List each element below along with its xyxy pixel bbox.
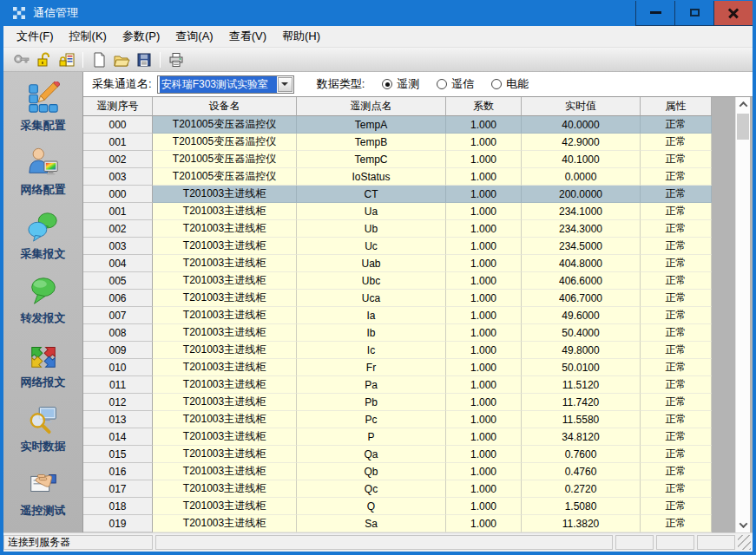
menu-item-query[interactable]: 查询(A) <box>168 26 220 47</box>
table-cell[interactable]: 234.3000 <box>522 220 641 238</box>
scroll-thumb[interactable] <box>737 114 749 140</box>
table-cell[interactable]: Ub <box>297 220 446 238</box>
column-header[interactable]: 遥测序号 <box>83 97 153 116</box>
table-cell[interactable]: 1.000 <box>446 116 522 134</box>
table-row[interactable]: 002T201005变压器温控仪TempC1.00040.1000正常 <box>83 151 712 168</box>
table-cell[interactable]: T201003主进线柜 <box>153 376 297 394</box>
table-cell[interactable]: Pb <box>297 394 446 411</box>
row-index-cell[interactable]: 002 <box>83 220 153 238</box>
key-button[interactable] <box>10 49 33 70</box>
table-cell[interactable]: T201003主进线柜 <box>153 515 297 532</box>
table-row[interactable]: 001T201003主进线柜Ua1.000234.1000正常 <box>83 203 712 220</box>
table-cell[interactable]: Pc <box>297 411 446 428</box>
table-cell[interactable]: 1.000 <box>446 186 522 203</box>
table-row[interactable]: 017T201003主进线柜Qc1.0000.2720正常 <box>83 480 712 498</box>
table-cell[interactable]: 1.000 <box>446 411 522 428</box>
scroll-track[interactable] <box>736 112 750 518</box>
table-cell[interactable]: 正常 <box>641 290 712 307</box>
table-cell[interactable]: 1.000 <box>446 168 522 186</box>
row-index-cell[interactable]: 003 <box>83 168 153 186</box>
table-cell[interactable]: Uab <box>297 255 446 272</box>
table-row[interactable]: 011T201003主进线柜Pa1.00011.5120正常 <box>83 376 712 394</box>
table-cell[interactable]: T201005变压器温控仪 <box>153 151 297 168</box>
radio-energy[interactable]: 电能 <box>491 76 529 92</box>
menu-item-view[interactable]: 查看(V) <box>221 26 274 47</box>
sidebar-item-collect-config[interactable]: 采集配置 <box>7 81 80 134</box>
table-row[interactable]: 001T201005变压器温控仪TempB1.00042.9000正常 <box>83 134 712 151</box>
table-cell[interactable]: 1.000 <box>446 359 522 376</box>
table-row[interactable]: 005T201003主进线柜Ubc1.000406.6000正常 <box>83 272 712 290</box>
table-cell[interactable]: T201003主进线柜 <box>153 186 297 203</box>
table-cell[interactable]: T201003主进线柜 <box>153 272 297 290</box>
table-cell[interactable]: T201003主进线柜 <box>153 342 297 359</box>
table-cell[interactable]: Qa <box>297 446 446 463</box>
table-cell[interactable]: Ic <box>297 342 446 359</box>
table-cell[interactable]: T201003主进线柜 <box>153 290 297 307</box>
save-button[interactable] <box>133 49 155 70</box>
row-index-cell[interactable]: 001 <box>83 134 153 151</box>
table-cell[interactable]: 正常 <box>641 394 712 411</box>
table-cell[interactable]: 1.000 <box>446 238 522 255</box>
column-header[interactable]: 实时值 <box>522 97 641 116</box>
table-cell[interactable]: 正常 <box>641 324 712 342</box>
table-cell[interactable]: 0.4760 <box>522 463 641 480</box>
table-row[interactable]: 013T201003主进线柜Pc1.00011.5580正常 <box>83 411 712 428</box>
column-header[interactable]: 设备名 <box>153 97 297 116</box>
menu-item-params[interactable]: 参数(P) <box>115 26 168 47</box>
table-cell[interactable]: 正常 <box>641 203 712 220</box>
open-folder-button[interactable] <box>110 49 133 70</box>
table-row[interactable]: 007T201003主进线柜Ia1.00049.6000正常 <box>83 307 712 324</box>
table-cell[interactable]: T201003主进线柜 <box>153 411 297 428</box>
table-row[interactable]: 016T201003主进线柜Qb1.0000.4760正常 <box>83 463 712 480</box>
row-index-cell[interactable]: 018 <box>83 498 153 515</box>
row-index-cell[interactable]: 017 <box>83 480 153 498</box>
table-cell[interactable]: T201003主进线柜 <box>153 446 297 463</box>
menu-item-control[interactable]: 控制(K) <box>62 26 115 47</box>
column-header[interactable]: 属性 <box>641 97 712 116</box>
table-cell[interactable]: T201003主进线柜 <box>153 480 297 498</box>
table-cell[interactable]: 正常 <box>641 272 712 290</box>
table-row[interactable]: 000T201005变压器温控仪TempA1.00040.0000正常 <box>83 116 712 134</box>
menu-item-file[interactable]: 文件(F) <box>9 26 62 47</box>
table-cell[interactable]: 1.000 <box>446 324 522 342</box>
table-cell[interactable]: Qb <box>297 463 446 480</box>
menu-item-help[interactable]: 帮助(H) <box>274 26 328 47</box>
table-cell[interactable]: 11.7420 <box>522 394 641 411</box>
table-cell[interactable]: 正常 <box>641 255 712 272</box>
table-cell[interactable]: 正常 <box>641 307 712 324</box>
table-cell[interactable]: Q <box>297 498 446 515</box>
table-cell[interactable]: Fr <box>297 359 446 376</box>
table-cell[interactable]: 34.8120 <box>522 428 641 446</box>
table-cell[interactable]: 1.000 <box>446 203 522 220</box>
table-cell[interactable]: 正常 <box>641 498 712 515</box>
table-cell[interactable]: 49.8000 <box>522 342 641 359</box>
table-row[interactable]: 012T201003主进线柜Pb1.00011.7420正常 <box>83 394 712 411</box>
table-cell[interactable]: T201003主进线柜 <box>153 324 297 342</box>
table-cell[interactable]: 正常 <box>641 134 712 151</box>
sidebar-item-forward-message[interactable]: 转发报文 <box>7 273 80 326</box>
table-cell[interactable]: 正常 <box>641 463 712 480</box>
table-cell[interactable]: 0.7600 <box>522 446 641 463</box>
table-row[interactable]: 014T201003主进线柜P1.00034.8120正常 <box>83 428 712 446</box>
vertical-scrollbar[interactable] <box>735 97 750 532</box>
lock-config-button[interactable] <box>56 49 78 70</box>
radio-telesignal[interactable]: 遥信 <box>437 76 474 92</box>
table-cell[interactable]: CT <box>297 186 446 203</box>
table-cell[interactable]: TempA <box>297 116 446 134</box>
table-cell[interactable]: 1.000 <box>446 255 522 272</box>
sidebar-item-realtime-data[interactable]: 实时数据 <box>7 402 80 454</box>
table-cell[interactable]: Qc <box>297 480 446 498</box>
table-cell[interactable]: 50.0100 <box>522 359 641 376</box>
row-index-cell[interactable]: 007 <box>83 307 153 324</box>
table-cell[interactable]: TempB <box>297 134 446 151</box>
table-cell[interactable]: Sa <box>297 515 446 532</box>
column-header[interactable]: 系数 <box>446 97 522 116</box>
table-cell[interactable]: 正常 <box>641 186 712 203</box>
table-row[interactable]: 008T201003主进线柜Ib1.00050.4000正常 <box>83 324 712 342</box>
table-cell[interactable]: T201005变压器温控仪 <box>153 134 297 151</box>
table-row[interactable]: 009T201003主进线柜Ic1.00049.8000正常 <box>83 342 712 359</box>
table-cell[interactable]: TempC <box>297 151 446 168</box>
table-cell[interactable]: T201003主进线柜 <box>153 359 297 376</box>
sidebar-item-network-message[interactable]: 网络报文 <box>7 337 80 390</box>
table-cell[interactable]: 正常 <box>641 238 712 255</box>
